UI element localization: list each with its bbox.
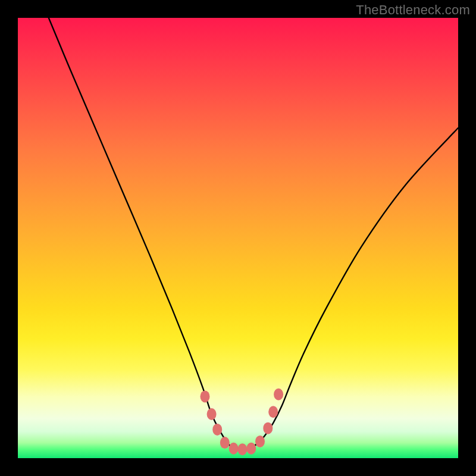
highlight-dots xyxy=(201,389,284,456)
highlight-dot xyxy=(237,443,247,455)
highlight-dot xyxy=(274,389,283,400)
highlight-dot xyxy=(201,390,210,402)
highlight-dot xyxy=(212,424,222,436)
highlight-dot xyxy=(268,406,278,418)
highlight-dot xyxy=(220,437,230,449)
highlight-dot xyxy=(263,422,273,434)
highlight-dot xyxy=(246,443,256,455)
chart-frame: TheBottleneck.com xyxy=(0,0,476,476)
highlight-dot xyxy=(229,443,239,455)
bottleneck-curve xyxy=(49,18,458,450)
highlight-dot xyxy=(207,408,217,420)
plot-area xyxy=(18,18,458,458)
watermark-text: TheBottleneck.com xyxy=(356,2,470,18)
curve-layer xyxy=(18,18,458,458)
highlight-dot xyxy=(255,436,265,447)
